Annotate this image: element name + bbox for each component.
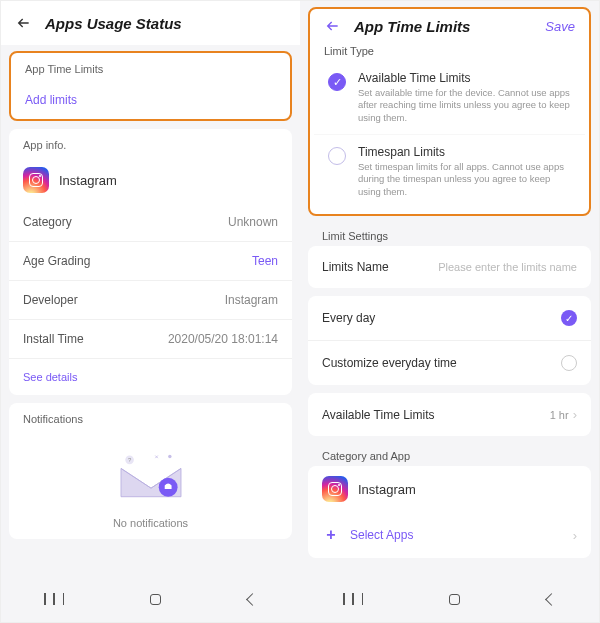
home-icon[interactable] bbox=[150, 594, 161, 605]
selected-app-row[interactable]: Instagram bbox=[308, 466, 591, 512]
page-title: App Time Limits bbox=[354, 18, 533, 35]
empty-notifications-icon: ? bbox=[106, 447, 196, 507]
android-nav-bar bbox=[1, 582, 300, 616]
value: Unknown bbox=[228, 215, 278, 229]
back-nav-icon[interactable] bbox=[248, 595, 257, 604]
developer-row: Developer Instagram bbox=[9, 281, 292, 320]
available-time-limits-option[interactable]: Available Time Limits Set available time… bbox=[314, 61, 585, 135]
chevron-right-icon: › bbox=[573, 407, 577, 422]
value: 1 hr bbox=[550, 409, 569, 421]
limit-type-card: App Time Limits Save Limit Type Availabl… bbox=[308, 7, 591, 216]
card-heading: Notifications bbox=[9, 403, 292, 431]
customize-everyday-option[interactable]: Customize everyday time bbox=[308, 341, 591, 385]
radio-unchecked-icon bbox=[328, 147, 346, 165]
notifications-card: Notifications ? No notifications bbox=[9, 403, 292, 539]
chevron-right-icon: › bbox=[573, 528, 577, 543]
select-apps-row[interactable]: + Select Apps › bbox=[308, 512, 591, 558]
instagram-icon bbox=[322, 476, 348, 502]
label: Available Time Limits bbox=[322, 408, 435, 422]
option-title: Available Time Limits bbox=[358, 71, 571, 85]
plus-icon: + bbox=[322, 526, 340, 544]
schedule-card: Every day Customize everyday time bbox=[308, 296, 591, 385]
recents-icon[interactable] bbox=[343, 593, 363, 605]
app-name: Instagram bbox=[358, 482, 416, 497]
card-heading: App Time Limits bbox=[11, 53, 290, 81]
app-time-limits-card: App Time Limits Add limits bbox=[9, 51, 292, 121]
header-right: App Time Limits Save bbox=[310, 9, 589, 39]
label: Limits Name bbox=[322, 260, 389, 274]
instagram-icon bbox=[23, 167, 49, 193]
available-time-limits-row[interactable]: Available Time Limits 1 hr › bbox=[308, 393, 591, 436]
limit-type-heading: Limit Type bbox=[310, 39, 589, 61]
back-icon[interactable] bbox=[15, 14, 33, 32]
value: Instagram bbox=[225, 293, 278, 307]
label: Select Apps bbox=[350, 528, 563, 542]
svg-point-3 bbox=[168, 455, 171, 458]
card-heading: App info. bbox=[9, 129, 292, 157]
limit-settings-heading: Limit Settings bbox=[308, 224, 591, 246]
timespan-limits-option[interactable]: Timespan Limits Set timespan limits for … bbox=[314, 135, 585, 208]
home-icon[interactable] bbox=[449, 594, 460, 605]
recents-icon[interactable] bbox=[44, 593, 64, 605]
no-notifications-text: No notifications bbox=[9, 517, 292, 529]
option-title: Timespan Limits bbox=[358, 145, 571, 159]
category-app-card: Instagram + Select Apps › bbox=[308, 466, 591, 558]
placeholder: Please enter the limits name bbox=[438, 261, 577, 273]
label: Age Grading bbox=[23, 254, 90, 268]
save-button[interactable]: Save bbox=[545, 19, 575, 34]
app-name: Instagram bbox=[59, 173, 117, 188]
install-time-row: Install Time 2020/05/20 18:01:14 bbox=[9, 320, 292, 359]
page-title: Apps Usage Status bbox=[45, 15, 286, 32]
category-app-heading: Category and App bbox=[308, 444, 591, 466]
label: Customize everyday time bbox=[322, 356, 457, 370]
header-left: Apps Usage Status bbox=[1, 1, 300, 45]
label: Category bbox=[23, 215, 72, 229]
app-info-card: App info. Instagram Category Unknown Age… bbox=[9, 129, 292, 395]
radio-checked-icon bbox=[328, 73, 346, 91]
app-row[interactable]: Instagram bbox=[9, 157, 292, 203]
android-nav-bar bbox=[300, 582, 599, 616]
check-on-icon bbox=[561, 310, 577, 326]
value: 2020/05/20 18:01:14 bbox=[168, 332, 278, 346]
option-desc: Set available time for the device. Canno… bbox=[358, 87, 571, 124]
label: Every day bbox=[322, 311, 375, 325]
limits-name-card: Limits Name Please enter the limits name bbox=[308, 246, 591, 288]
option-desc: Set timespan limits for all apps. Cannot… bbox=[358, 161, 571, 198]
age-grading-row: Age Grading Teen bbox=[9, 242, 292, 281]
available-time-limits-card: Available Time Limits 1 hr › bbox=[308, 393, 591, 436]
every-day-option[interactable]: Every day bbox=[308, 296, 591, 341]
add-limits-link[interactable]: Add limits bbox=[11, 81, 290, 119]
category-row: Category Unknown bbox=[9, 203, 292, 242]
back-nav-icon[interactable] bbox=[547, 595, 556, 604]
limits-name-input[interactable]: Limits Name Please enter the limits name bbox=[308, 246, 591, 288]
check-off-icon bbox=[561, 355, 577, 371]
label: Developer bbox=[23, 293, 78, 307]
back-icon[interactable] bbox=[324, 17, 342, 35]
see-details-link[interactable]: See details bbox=[9, 359, 292, 395]
value: Teen bbox=[252, 254, 278, 268]
label: Install Time bbox=[23, 332, 84, 346]
